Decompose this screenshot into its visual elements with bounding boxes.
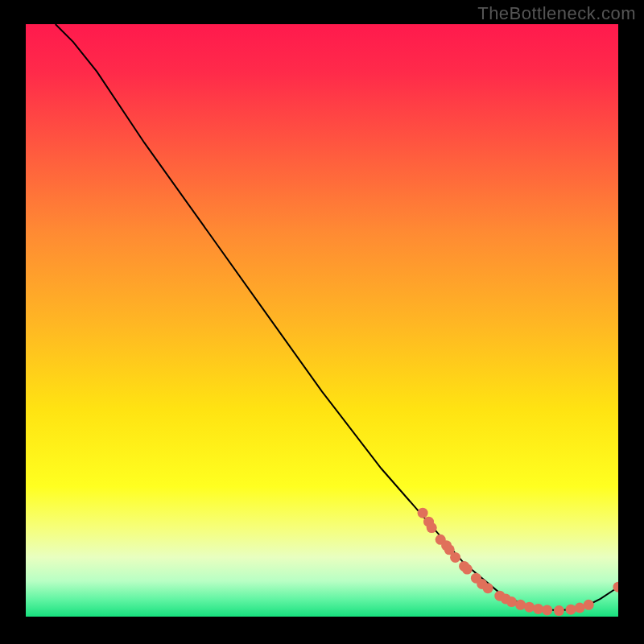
svg-rect-0 [26,24,618,617]
chart-curve [26,24,618,617]
watermark-text: TheBottleneck.com [477,3,636,24]
data-marker [506,597,517,607]
data-marker [501,593,511,604]
data-marker [477,579,487,589]
data-marker [441,540,452,551]
data-marker [459,561,469,572]
data-marker [462,564,473,575]
plot-area [26,24,618,617]
chart-stage: TheBottleneck.com [0,0,644,644]
data-marker [524,602,535,613]
data-marker [436,535,446,545]
data-marker [418,508,428,518]
data-marker [533,604,543,614]
data-marker [471,573,481,584]
data-marker [444,544,455,555]
data-marker [566,605,576,615]
bottleneck-curve [56,24,618,611]
data-marker [584,600,594,610]
data-marker [613,582,619,592]
data-marker [575,603,585,613]
data-marker [542,605,552,615]
data-marker [450,552,460,563]
data-marker [515,600,526,610]
data-markers [418,508,618,616]
data-marker [554,605,564,616]
gradient-background [26,24,618,617]
data-marker [423,517,434,527]
data-marker [483,583,493,593]
data-marker [494,591,505,601]
data-marker [427,522,437,533]
